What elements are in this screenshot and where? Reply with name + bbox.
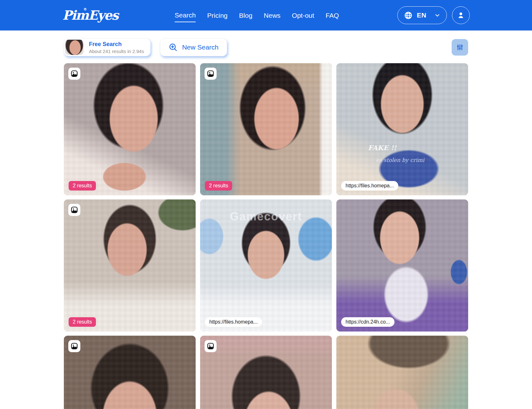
magnifier-plus-icon — [169, 43, 178, 52]
nav-item-faq[interactable]: FAQ — [326, 9, 339, 22]
nav-item-search[interactable]: Search — [175, 8, 196, 22]
result-card[interactable]: 2 results — [64, 199, 196, 332]
query-face-thumbnail — [65, 40, 84, 55]
result-card[interactable]: https://files.homepa... Gamecovert — [200, 199, 332, 332]
result-photo — [336, 199, 468, 332]
free-search-chip[interactable]: Free Search About 241 results in 2.94s — [64, 38, 151, 56]
language-selector[interactable]: EN — [397, 6, 447, 24]
result-photo — [200, 336, 332, 409]
result-photo — [200, 199, 332, 332]
result-photo — [64, 336, 196, 409]
account-button[interactable] — [452, 6, 470, 24]
results-grid: 2 results 2 results https://files.homepa… — [64, 63, 468, 409]
nav-item-news[interactable]: News — [264, 9, 281, 22]
free-search-title: Free Search — [89, 41, 144, 48]
main-nav: SearchPricingBlogNewsOpt-outFAQ — [175, 8, 339, 22]
result-card[interactable]: https://cdn.24h.co... — [336, 199, 468, 332]
logo[interactable]: PimEyes ® — [63, 9, 121, 22]
result-photo — [64, 199, 196, 332]
result-photo — [336, 63, 468, 195]
photo-type-icon — [205, 340, 217, 352]
globe-icon — [404, 11, 413, 20]
new-search-label: New Search — [182, 44, 218, 51]
sliders-icon — [456, 44, 464, 51]
chevron-down-icon — [434, 12, 440, 18]
photo-type-icon — [68, 340, 80, 352]
source-url-badge[interactable]: https://files.homepa... — [341, 181, 398, 191]
results-count-badge: 2 results — [205, 181, 232, 191]
result-card[interactable]: 2 results — [200, 63, 332, 195]
filter-button[interactable] — [452, 39, 468, 56]
result-card[interactable] — [336, 336, 468, 409]
nav-item-pricing[interactable]: Pricing — [207, 9, 227, 22]
results-toolbar: Free Search About 241 results in 2.94s N… — [64, 38, 468, 56]
result-photo — [336, 336, 468, 409]
nav-item-blog[interactable]: Blog — [239, 9, 253, 22]
result-card[interactable] — [64, 336, 196, 409]
source-url-badge[interactable]: https://cdn.24h.co... — [341, 317, 394, 327]
result-card[interactable]: 2 results — [64, 63, 196, 195]
photo-type-icon — [68, 68, 80, 80]
logo-text: PimEyes — [63, 8, 118, 23]
source-url-badge[interactable]: https://files.homepa... — [205, 317, 262, 327]
result-photo — [64, 63, 196, 195]
results-meta: About 241 results in 2.94s — [89, 49, 144, 54]
photo-type-icon — [205, 68, 217, 80]
result-card[interactable] — [200, 336, 332, 409]
registered-mark: ® — [84, 8, 87, 11]
photo-type-icon — [68, 204, 80, 216]
result-photo — [200, 63, 332, 195]
new-search-button[interactable]: New Search — [160, 38, 227, 56]
results-count-badge: 2 results — [69, 317, 96, 327]
language-label: EN — [417, 11, 426, 19]
user-icon — [457, 11, 465, 19]
nav-item-opt-out[interactable]: Opt-out — [292, 9, 314, 22]
app-header: PimEyes ® SearchPricingBlogNewsOpt-outFA… — [0, 0, 532, 30]
results-count-badge: 2 results — [69, 181, 96, 191]
result-card[interactable]: https://files.homepa... FAKE !! es stole… — [336, 63, 468, 195]
